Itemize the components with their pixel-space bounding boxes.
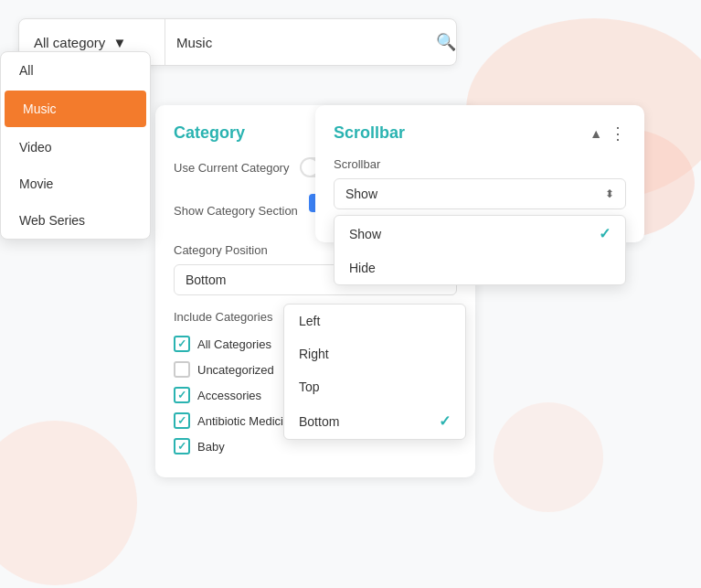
dropdown-item-movie[interactable]: Movie: [1, 166, 150, 202]
check-icon: ✓: [599, 225, 611, 242]
category-selected-label: All category: [34, 35, 105, 50]
svg-point-2: [0, 421, 137, 585]
check-icon: ✓: [177, 414, 186, 427]
scrollbar-select-wrapper: Show ⬍ Show ✓ Hide: [334, 178, 626, 209]
scrollbar-show-label: Show: [349, 227, 381, 241]
category-label-uncategorized: Uncategorized: [197, 363, 274, 377]
category-label-baby: Baby: [197, 440, 225, 454]
position-option-left[interactable]: Left: [284, 305, 465, 337]
scrollbar-dropdown-menu: Show ✓ Hide: [334, 215, 626, 285]
chevron-up-icon[interactable]: ▲: [589, 126, 602, 141]
select-arrow-icon: ⬍: [605, 187, 614, 200]
checkbox-baby[interactable]: ✓: [174, 438, 190, 454]
scrollbar-panel-controls: ▲ ⋮: [589, 125, 626, 142]
position-option-right[interactable]: Right: [284, 337, 465, 370]
scrollbar-option-hide[interactable]: Hide: [335, 251, 625, 284]
search-icon[interactable]: 🔍: [436, 32, 456, 52]
use-current-category-label: Use Current Category: [174, 161, 289, 175]
scrollbar-selected-value: Show: [345, 187, 377, 201]
more-options-icon[interactable]: ⋮: [610, 125, 626, 142]
position-dropdown-menu: Left Right Top Bottom ✓: [283, 304, 466, 440]
check-icon: ✓: [177, 440, 186, 453]
check-icon: ✓: [439, 412, 451, 430]
show-category-section-label: Show Category Section: [174, 204, 298, 218]
category-label-accessories: Accessories: [197, 389, 261, 402]
scrollbar-option-show[interactable]: Show ✓: [335, 216, 625, 251]
category-dropdown-menu: All Music Video Movie Web Series: [0, 51, 151, 240]
checkbox-all-categories[interactable]: ✓: [174, 336, 190, 352]
dropdown-item-video[interactable]: Video: [1, 129, 150, 166]
scrollbar-field-label: Scrollbar: [334, 157, 626, 171]
dropdown-item-all[interactable]: All: [1, 52, 150, 89]
scrollbar-panel-title: Scrollbar: [334, 123, 405, 143]
position-bottom-label: Bottom: [299, 414, 339, 429]
checkbox-accessories[interactable]: ✓: [174, 387, 190, 403]
dropdown-item-webseries[interactable]: Web Series: [1, 202, 150, 239]
category-panel-title: Category: [174, 123, 245, 143]
dropdown-item-music[interactable]: Music: [5, 91, 146, 127]
scrollbar-panel-header: Scrollbar ▲ ⋮: [334, 123, 626, 143]
position-option-bottom[interactable]: Bottom ✓: [284, 403, 465, 439]
checkbox-uncategorized[interactable]: [174, 361, 190, 378]
check-icon: ✓: [177, 337, 186, 350]
position-selected-value: Bottom: [186, 273, 226, 287]
chevron-down-icon: ▼: [112, 35, 126, 50]
checkbox-antibiotic[interactable]: ✓: [174, 412, 190, 429]
scrollbar-hide-label: Hide: [349, 261, 376, 275]
search-input[interactable]: [176, 35, 425, 50]
svg-point-3: [494, 402, 603, 512]
position-option-top[interactable]: Top: [284, 370, 465, 403]
scrollbar-select[interactable]: Show ⬍: [334, 178, 626, 209]
scrollbar-panel: Scrollbar ▲ ⋮ Scrollbar Show ⬍ Show ✓ Hi…: [315, 105, 644, 242]
category-label-antibiotic: Antibiotic Medicine: [197, 414, 296, 428]
search-input-area: [165, 35, 436, 50]
check-icon: ✓: [177, 389, 186, 401]
category-label-all: All Categories: [197, 337, 271, 351]
